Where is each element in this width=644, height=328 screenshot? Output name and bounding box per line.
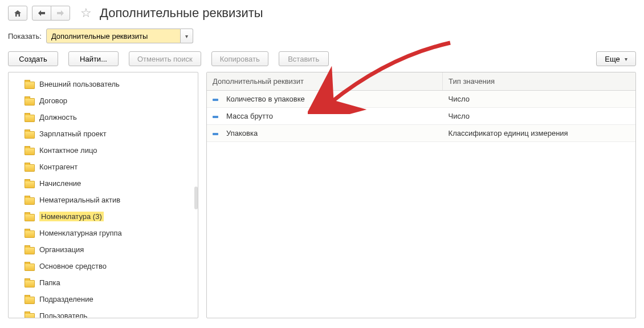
tree-item-label: Подразделение bbox=[39, 295, 93, 303]
tree-item-label: Нематериальный актив bbox=[39, 196, 120, 204]
tree-item-label: Начисление bbox=[39, 179, 81, 188]
tree-item[interactable]: Внешний пользователь bbox=[9, 76, 198, 92]
folder-icon bbox=[25, 246, 34, 254]
tree-item[interactable]: Папка bbox=[9, 274, 198, 291]
table-row[interactable]: УпаковкаКлассификатор единиц измерения bbox=[207, 125, 635, 142]
tree-item[interactable]: Основное средство bbox=[9, 258, 198, 274]
folder-icon bbox=[25, 163, 34, 171]
folder-icon bbox=[25, 196, 34, 204]
tree-item[interactable]: Номенклатура (3) bbox=[9, 208, 198, 225]
chevron-down-icon: ▾ bbox=[185, 33, 188, 39]
arrow-right-icon bbox=[57, 10, 64, 16]
more-label: Еще bbox=[605, 55, 619, 63]
tree-item-label: Организация bbox=[39, 245, 84, 254]
column-header-type[interactable]: Тип значения bbox=[443, 72, 635, 91]
tree-item-label: Номенклатурная группа bbox=[39, 229, 122, 237]
tree-item[interactable]: Нематериальный актив bbox=[9, 192, 198, 208]
tree-item-label: Должность bbox=[39, 113, 77, 122]
filter-input[interactable] bbox=[46, 29, 181, 43]
copy-button[interactable]: Копировать bbox=[211, 51, 268, 66]
tree-panel: Внешний пользовательДоговорДолжностьЗарп… bbox=[8, 72, 198, 318]
table-row[interactable]: Масса бруттоЧисло bbox=[207, 108, 635, 125]
arrow-left-icon bbox=[38, 10, 45, 16]
back-button[interactable] bbox=[32, 6, 51, 21]
home-button[interactable] bbox=[8, 6, 27, 21]
folder-icon bbox=[25, 180, 34, 188]
folder-icon bbox=[25, 279, 34, 287]
folder-icon bbox=[25, 97, 34, 105]
paste-button[interactable]: Вставить bbox=[279, 51, 329, 66]
tree-item-label: Пользователь bbox=[39, 311, 87, 318]
tree-item[interactable]: Номенклатурная группа bbox=[9, 225, 198, 241]
home-icon bbox=[14, 10, 22, 17]
filter-combo: ▾ bbox=[46, 29, 193, 43]
tree-item[interactable]: Договор bbox=[9, 92, 198, 109]
cell-name: Количество в упаковке bbox=[207, 91, 443, 108]
folder-icon bbox=[25, 80, 34, 88]
tree-item-label: Папка bbox=[39, 278, 60, 287]
tree-item-label: Основное средство bbox=[39, 262, 107, 270]
tree-item[interactable]: Подразделение bbox=[9, 291, 198, 307]
table-row[interactable]: Количество в упаковкеЧисло bbox=[207, 91, 635, 108]
tree-item-label: Договор bbox=[39, 96, 67, 105]
tree-item[interactable]: Контактное лицо bbox=[9, 142, 198, 159]
tree-item[interactable]: Начисление bbox=[9, 175, 198, 192]
create-button[interactable]: Создать bbox=[8, 51, 58, 66]
tree-item[interactable]: Зарплатный проект bbox=[9, 125, 198, 142]
tree-item[interactable]: Контрагент bbox=[9, 159, 198, 175]
chevron-down-icon: ▾ bbox=[625, 56, 627, 62]
folder-icon bbox=[25, 262, 34, 270]
page-title: Дополнительные реквизиты bbox=[100, 6, 263, 21]
favorite-icon[interactable]: ☆ bbox=[80, 6, 92, 21]
folder-icon bbox=[25, 229, 34, 237]
folder-icon bbox=[25, 147, 34, 155]
attribute-icon bbox=[213, 116, 218, 118]
filter-label: Показать: bbox=[8, 32, 42, 41]
cell-type: Число bbox=[443, 91, 635, 108]
more-button[interactable]: Еще ▾ bbox=[596, 51, 636, 66]
tree-item-label: Контактное лицо bbox=[39, 146, 97, 155]
cell-name: Масса брутто bbox=[207, 108, 443, 125]
folder-icon bbox=[25, 213, 34, 221]
folder-icon bbox=[25, 114, 34, 122]
tree-item-label: Контрагент bbox=[39, 163, 78, 171]
folder-icon bbox=[25, 130, 34, 138]
tree-item[interactable]: Организация bbox=[9, 241, 198, 258]
attribute-icon bbox=[213, 99, 218, 101]
filter-dropdown-button[interactable]: ▾ bbox=[181, 29, 193, 43]
tree-item-label: Зарплатный проект bbox=[39, 129, 107, 138]
tree-item[interactable]: Пользователь bbox=[9, 307, 198, 318]
tree-list[interactable]: Внешний пользовательДоговорДолжностьЗарп… bbox=[9, 72, 198, 318]
tree-item[interactable]: Должность bbox=[9, 109, 198, 125]
folder-icon bbox=[25, 312, 34, 318]
attributes-table: Дополнительный реквизит Тип значения Кол… bbox=[207, 72, 635, 142]
attribute-icon bbox=[213, 133, 218, 135]
scrollbar[interactable] bbox=[194, 187, 198, 209]
cell-type: Классификатор единиц измерения bbox=[443, 125, 635, 142]
tree-item-label: Номенклатура (3) bbox=[39, 212, 104, 221]
forward-button[interactable] bbox=[51, 6, 70, 21]
tree-item-label: Внешний пользователь bbox=[39, 80, 120, 88]
column-header-name[interactable]: Дополнительный реквизит bbox=[207, 72, 443, 91]
cancel-search-button[interactable]: Отменить поиск bbox=[129, 51, 201, 66]
cell-type: Число bbox=[443, 108, 635, 125]
table-panel: Дополнительный реквизит Тип значения Кол… bbox=[206, 72, 636, 318]
cell-name: Упаковка bbox=[207, 125, 443, 142]
history-nav bbox=[32, 6, 70, 21]
folder-icon bbox=[25, 295, 34, 303]
find-button[interactable]: Найти... bbox=[68, 51, 119, 66]
